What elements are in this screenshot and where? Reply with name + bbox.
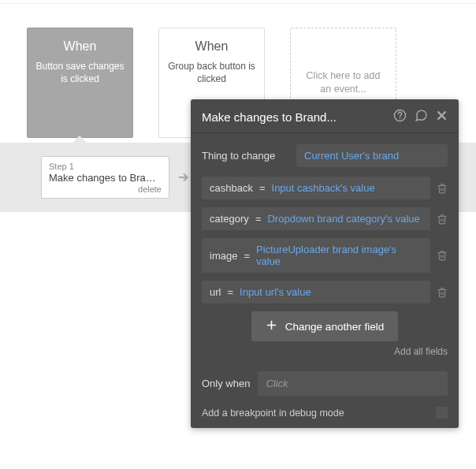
breakpoint-label: Add a breakpoint in debug mode [202,408,344,419]
thing-to-change-value[interactable]: Current User's brand [296,144,448,167]
arrow-right-icon [177,171,190,184]
change-another-field-button[interactable]: Change another field [251,311,398,341]
panel-header[interactable]: Make changes to Brand... [191,99,459,133]
field-assignment-category[interactable]: category = Dropdown brand category's val… [202,207,430,230]
step-title: Make changes to Brand... [49,172,162,184]
field-assignment-image[interactable]: image = PictureUploader brand image's va… [202,238,430,273]
panel-body: Thing to change Current User's brand cas… [191,133,459,428]
plus-icon [266,319,277,333]
property-editor-panel: Make changes to Brand... Thing to change… [191,99,459,428]
field-key: cashback [210,182,253,194]
change-another-field-label: Change another field [285,321,384,333]
equals-sign: = [259,182,266,194]
trash-icon[interactable] [437,250,448,261]
event-description: Button save changes is clicked [35,60,125,85]
event-when-label: When [167,39,256,54]
equals-sign: = [255,213,262,225]
svg-point-2 [400,118,401,120]
only-when-input[interactable]: Click [258,371,448,396]
panel-title: Make changes to Brand... [202,110,337,124]
event-when-label: When [35,39,125,54]
add-event-placeholder: Click here to add an event... [305,69,381,97]
only-when-label: Only when [202,378,250,389]
step-delete-link[interactable]: delete [49,184,162,194]
field-value[interactable]: Input cashback's value [272,182,375,194]
breakpoint-checkbox[interactable] [436,407,448,419]
step-label: Step 1 [49,162,162,171]
field-assignment-url[interactable]: url = Input url's value [202,281,430,303]
field-assignment-cashback[interactable]: cashback = Input cashback's value [202,177,430,199]
event-pointer [73,136,87,143]
trash-icon[interactable] [437,183,448,194]
event-description: Group back button is clicked [167,60,256,85]
field-value[interactable]: Input url's value [240,286,311,298]
field-key: url [210,286,221,298]
field-key: image [210,250,237,262]
close-icon[interactable] [436,110,448,124]
thing-to-change-label: Thing to change [202,150,288,162]
trash-icon[interactable] [437,214,448,225]
step-card[interactable]: Step 1 Make changes to Brand... delete [41,156,169,199]
trash-icon[interactable] [437,287,448,298]
equals-sign: = [244,250,250,262]
field-key: category [210,213,249,225]
equals-sign: = [227,286,233,298]
help-icon[interactable] [393,109,407,125]
comment-icon[interactable] [415,109,428,125]
add-all-fields-link[interactable]: Add all fields [202,346,448,357]
event-box-save-changes[interactable]: When Button save changes is clicked [27,28,133,138]
field-value[interactable]: Dropdown brand category's value [267,213,419,225]
field-value[interactable]: PictureUploader brand image's value [256,244,422,267]
